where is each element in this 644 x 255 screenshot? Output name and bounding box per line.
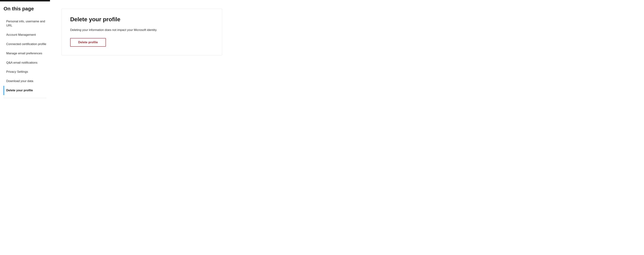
sidebar-item-qa-email[interactable]: Q&A email notifications xyxy=(4,58,46,67)
delete-profile-card: Delete your profile Deleting your inform… xyxy=(62,9,222,55)
sidebar-heading: On this page xyxy=(4,6,46,12)
sidebar-item-account-management[interactable]: Account Management xyxy=(4,30,46,40)
main-content: Delete your profile Deleting your inform… xyxy=(50,0,644,255)
sidebar-item-privacy-settings[interactable]: Privacy Settings xyxy=(4,67,46,77)
sidebar-item-download-data[interactable]: Download your data xyxy=(4,77,46,86)
delete-profile-button[interactable]: Delete profile xyxy=(70,38,106,47)
sidebar-top-bar xyxy=(0,0,50,2)
sidebar-divider xyxy=(4,98,46,98)
section-description: Deleting your information does not impac… xyxy=(70,28,213,32)
sidebar-item-connected-certification[interactable]: Connected certification profile xyxy=(4,40,46,49)
sidebar-content: On this page Personal info, username and… xyxy=(0,2,50,98)
sidebar-nav: Personal info, username and URL Account … xyxy=(4,17,46,95)
section-title: Delete your profile xyxy=(70,16,213,23)
sidebar-item-personal-info[interactable]: Personal info, username and URL xyxy=(4,17,46,30)
sidebar: On this page Personal info, username and… xyxy=(0,0,50,255)
sidebar-item-delete-profile[interactable]: Delete your profile xyxy=(4,86,46,95)
sidebar-item-manage-email[interactable]: Manage email preferences xyxy=(4,49,46,58)
